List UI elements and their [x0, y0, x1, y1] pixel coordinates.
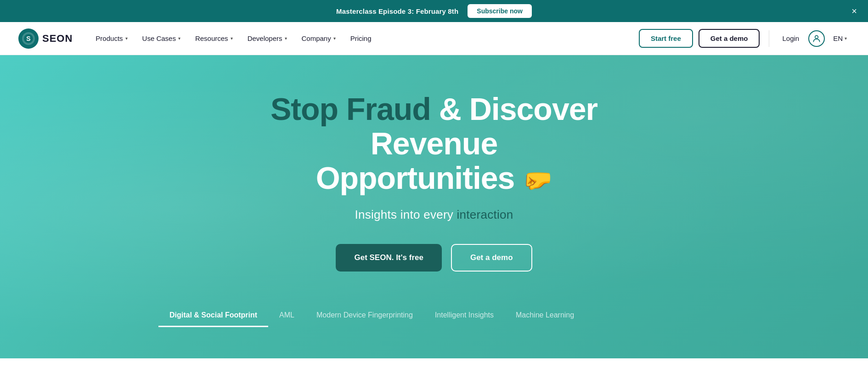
lang-chevron-icon: ▾ [845, 36, 847, 41]
tab-intelligent-insights[interactable]: Intelligent Insights [424, 305, 505, 327]
tab-device-fingerprinting[interactable]: Modern Device Fingerprinting [305, 305, 424, 327]
subscribe-button[interactable]: Subscribe now [468, 4, 532, 18]
hero-headline: Stop Fraud & Discover Revenue Opportunit… [204, 92, 664, 195]
hero-section: Stop Fraud & Discover Revenue Opportunit… [0, 55, 868, 358]
hero-buttons: Get SEON. It's free Get a demo [204, 244, 664, 272]
hero-subheadline-highlight: interaction [457, 208, 513, 221]
developers-chevron-icon: ▾ [285, 36, 287, 41]
user-icon [812, 34, 821, 43]
svg-point-2 [815, 35, 818, 39]
nav-pricing[interactable]: Pricing [344, 31, 378, 46]
nav-developers[interactable]: Developers ▾ [241, 31, 293, 46]
logo-link[interactable]: S SEON [18, 28, 73, 49]
use-cases-chevron-icon: ▾ [178, 36, 180, 41]
logo-text: SEON [42, 33, 73, 45]
tab-machine-learning[interactable]: Machine Learning [505, 305, 585, 327]
banner-close-button[interactable]: × [851, 6, 857, 16]
fist-emoji: 🤛 [523, 167, 552, 193]
hero-headline-part1: Stop Fraud [271, 91, 431, 126]
hero-cta-primary[interactable]: Get SEON. It's free [336, 244, 441, 272]
announcement-banner: Masterclass Episode 3: February 8th Subs… [0, 0, 868, 22]
user-avatar[interactable] [808, 30, 825, 47]
nav-actions: Start free Get a demo Login EN ▾ [639, 29, 850, 48]
seon-logo-icon: S [18, 28, 39, 49]
products-chevron-icon: ▾ [125, 36, 128, 41]
start-free-button[interactable]: Start free [639, 29, 693, 48]
company-chevron-icon: ▾ [333, 36, 336, 41]
navbar: S SEON Products ▾ Use Cases ▾ Resources … [0, 22, 868, 55]
login-button[interactable]: Login [778, 31, 803, 46]
resources-chevron-icon: ▾ [231, 36, 233, 41]
nav-resources[interactable]: Resources ▾ [189, 31, 239, 46]
svg-text:S: S [26, 35, 30, 42]
tab-aml[interactable]: AML [268, 305, 305, 327]
nav-links: Products ▾ Use Cases ▾ Resources ▾ Devel… [89, 31, 639, 46]
nav-products[interactable]: Products ▾ [89, 31, 134, 46]
hero-subheadline: Insights into every interaction [204, 208, 664, 222]
hero-content: Stop Fraud & Discover Revenue Opportunit… [204, 92, 664, 305]
get-demo-button[interactable]: Get a demo [699, 29, 760, 48]
banner-text: Masterclass Episode 3: February 8th [336, 7, 458, 15]
tab-digital-social[interactable]: Digital & Social Footprint [158, 305, 268, 327]
language-selector[interactable]: EN ▾ [830, 31, 850, 46]
hero-cta-secondary[interactable]: Get a demo [451, 244, 532, 272]
nav-use-cases[interactable]: Use Cases ▾ [136, 31, 187, 46]
hero-tabs: Digital & Social Footprint AML Modern De… [158, 305, 710, 327]
nav-divider [769, 30, 769, 47]
nav-company[interactable]: Company ▾ [295, 31, 342, 46]
